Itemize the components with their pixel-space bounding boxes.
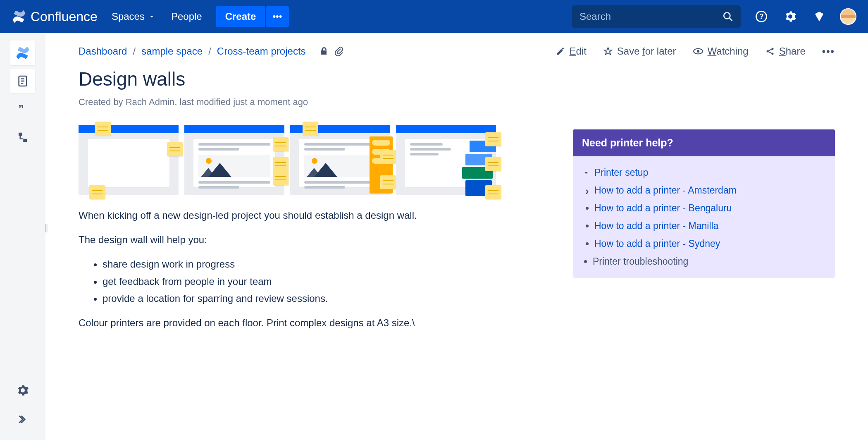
paragraph: Colour printers are provided on each flo… bbox=[79, 315, 558, 330]
confluence-icon bbox=[15, 45, 30, 60]
tree-link[interactable]: How to add a printer - Bengaluru bbox=[594, 203, 732, 213]
page-body: When kicking off a new design-led projec… bbox=[79, 208, 558, 330]
svg-line-16 bbox=[768, 49, 772, 51]
list-item: get feedback from people in your team bbox=[103, 274, 558, 289]
help-panel: Need printer help? Printer setup How to … bbox=[573, 129, 835, 278]
sidebar-collapse-handle[interactable]: ‖ bbox=[44, 222, 48, 234]
chevron-down-icon bbox=[148, 13, 155, 20]
svg-line-1 bbox=[729, 18, 732, 21]
gear-icon bbox=[17, 384, 29, 397]
create-button[interactable]: Create bbox=[216, 6, 265, 27]
tree-link[interactable]: How to add a printer - Sydney bbox=[594, 238, 720, 249]
settings-button[interactable] bbox=[782, 8, 799, 25]
panel-body: Printer setup How to add a printer - Ams… bbox=[573, 156, 835, 278]
svg-line-17 bbox=[768, 52, 772, 53]
illustration-card bbox=[290, 125, 390, 195]
illustration-card bbox=[79, 125, 179, 195]
tree-link[interactable]: How to add a printer - Manilla bbox=[594, 220, 718, 231]
top-navigation: Confluence Spaces People Create ••• ? bbox=[0, 0, 868, 33]
nav-people[interactable]: People bbox=[169, 7, 204, 26]
save-label: Save for later bbox=[617, 45, 676, 57]
illustration-card bbox=[396, 125, 496, 195]
svg-rect-10 bbox=[23, 139, 27, 142]
confluence-icon bbox=[12, 9, 26, 24]
breadcrumb-space[interactable]: sample space bbox=[141, 45, 203, 57]
svg-rect-9 bbox=[19, 133, 22, 136]
help-icon: ? bbox=[755, 10, 768, 23]
nav-spaces[interactable]: Spaces bbox=[110, 7, 157, 26]
list-item: provide a location for sparring and revi… bbox=[103, 291, 558, 306]
gear-icon bbox=[784, 10, 796, 23]
page-icon bbox=[16, 74, 29, 88]
share-icon bbox=[765, 46, 775, 56]
list-item: share design work in progress bbox=[103, 256, 558, 272]
attachment-icon[interactable] bbox=[334, 46, 344, 56]
app-name: Confluence bbox=[31, 9, 98, 24]
sidebar-expand[interactable] bbox=[10, 407, 35, 432]
share-label: Share bbox=[779, 45, 806, 57]
star-icon bbox=[603, 46, 613, 56]
share-action[interactable]: Share bbox=[765, 45, 806, 57]
nav-more-button[interactable]: ••• bbox=[266, 6, 289, 27]
breadcrumb-dashboard[interactable]: Dashboard bbox=[79, 45, 127, 57]
save-for-later-action[interactable]: Save for later bbox=[603, 45, 676, 57]
watching-action[interactable]: Watching bbox=[693, 45, 749, 57]
tree-node[interactable]: How to add a printer - Sydney bbox=[594, 235, 826, 253]
page-title: Design walls bbox=[79, 68, 835, 90]
eye-icon bbox=[693, 46, 703, 57]
tree-node[interactable]: How to add a printer - Bengaluru bbox=[594, 199, 826, 217]
sidebar-blog[interactable]: ” bbox=[10, 97, 35, 122]
page-toolbar: Dashboard / sample space / Cross-team pr… bbox=[79, 45, 835, 57]
tree-node-troubleshooting[interactable]: Printer troubleshooting bbox=[593, 253, 826, 267]
tree-link[interactable]: Printer troubleshooting bbox=[593, 256, 688, 267]
page-actions: Edit Save for later Watching Share ••• bbox=[556, 45, 835, 57]
more-actions[interactable]: ••• bbox=[822, 45, 835, 57]
sidebar-settings[interactable] bbox=[10, 378, 35, 403]
bullet-list: share design work in progress get feedba… bbox=[103, 256, 558, 306]
edit-action[interactable]: Edit bbox=[556, 45, 586, 57]
paragraph: The design wall will help you: bbox=[79, 232, 558, 247]
pencil-icon bbox=[556, 47, 565, 56]
search-icon bbox=[723, 11, 733, 22]
breadcrumb-separator: / bbox=[133, 45, 136, 57]
breadcrumb-parent[interactable]: Cross-team projects bbox=[217, 45, 306, 57]
nav-spaces-label: Spaces bbox=[112, 11, 145, 22]
svg-text:?: ? bbox=[759, 12, 764, 21]
svg-point-12 bbox=[696, 50, 699, 53]
bell-icon bbox=[813, 11, 825, 22]
help-button[interactable]: ? bbox=[753, 8, 770, 25]
illustration-card bbox=[184, 125, 284, 195]
sidebar-pages[interactable] bbox=[10, 69, 35, 93]
sidebar-tree[interactable] bbox=[10, 125, 35, 150]
panel-title: Need printer help? bbox=[573, 129, 835, 156]
edit-label: Edit bbox=[569, 45, 586, 57]
restrictions-icon[interactable] bbox=[319, 46, 329, 56]
confluence-logo[interactable]: Confluence bbox=[12, 9, 98, 24]
watching-label: Watching bbox=[708, 45, 749, 57]
svg-text:”: ” bbox=[18, 102, 24, 115]
chevron-down-icon bbox=[582, 169, 590, 177]
breadcrumbs: Dashboard / sample space / Cross-team pr… bbox=[79, 45, 344, 57]
tree-link[interactable]: Printer setup bbox=[594, 167, 648, 178]
search-input[interactable] bbox=[579, 11, 723, 22]
nav-people-label: People bbox=[171, 11, 202, 22]
sidebar-space-logo[interactable] bbox=[10, 41, 35, 65]
paragraph: When kicking off a new design-led projec… bbox=[79, 208, 558, 223]
expand-icon bbox=[17, 413, 29, 426]
quote-icon: ” bbox=[16, 102, 30, 116]
search-box[interactable] bbox=[572, 5, 741, 28]
page-byline: Created by Rach Admin, last modified jus… bbox=[79, 97, 835, 108]
hierarchy-icon bbox=[17, 131, 29, 143]
tree-node[interactable]: How to add a printer - Amsterdam bbox=[594, 182, 826, 199]
user-avatar[interactable] bbox=[840, 8, 856, 25]
tree-link[interactable]: How to add a printer - Amsterdam bbox=[594, 185, 737, 196]
tree-node-printer-setup[interactable]: Printer setup bbox=[582, 164, 826, 182]
left-sidebar: ” ‖ bbox=[0, 33, 45, 440]
notifications-button[interactable] bbox=[811, 8, 827, 25]
breadcrumb-separator: / bbox=[208, 45, 211, 57]
tree-node[interactable]: How to add a printer - Manilla bbox=[594, 217, 826, 235]
